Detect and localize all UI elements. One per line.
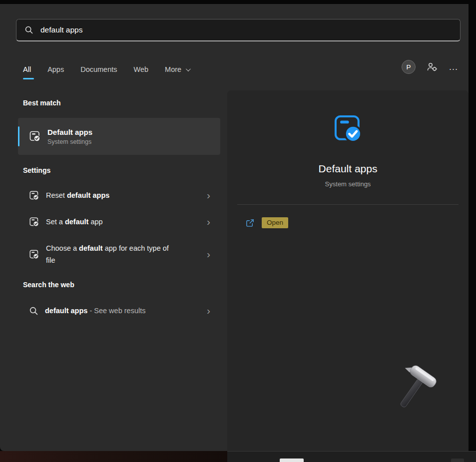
- account-options-icon[interactable]: [426, 61, 438, 72]
- taskbar-app-window[interactable]: [280, 459, 304, 462]
- chevron-down-icon: [186, 66, 191, 71]
- tab-documents-label: Documents: [80, 65, 117, 73]
- tab-more-label: More: [165, 65, 181, 73]
- preview-pane: Default apps System settings Open: [227, 90, 469, 455]
- tab-web[interactable]: Web: [134, 59, 149, 80]
- chevron-right-icon[interactable]: ›: [207, 190, 210, 200]
- default-apps-icon: [29, 190, 39, 201]
- tab-web-label: Web: [134, 65, 149, 73]
- default-apps-icon: [29, 249, 39, 260]
- avatar-initial: P: [406, 63, 411, 71]
- search-flyout: All Apps Documents Web More P … Best mat: [0, 4, 469, 451]
- tab-documents[interactable]: Documents: [80, 59, 117, 80]
- open-external-icon: [245, 218, 255, 228]
- preview-title: Default apps: [227, 163, 469, 175]
- search-icon: [29, 306, 38, 316]
- active-tab-underline: [23, 78, 34, 79]
- result-set-default-app[interactable]: Set a default app ›: [18, 209, 220, 234]
- best-match-title: Default apps: [47, 128, 92, 136]
- result-web-search[interactable]: default apps - See web results ›: [18, 298, 220, 323]
- desktop-wallpaper-strip: [0, 451, 227, 462]
- default-apps-icon: [29, 130, 41, 142]
- open-command[interactable]: Open: [227, 217, 469, 228]
- tab-all-label: All: [23, 65, 31, 73]
- default-apps-icon-large: [332, 113, 364, 145]
- more-options-button[interactable]: …: [449, 64, 459, 69]
- divider: [237, 204, 459, 205]
- taskbar[interactable]: [227, 451, 476, 462]
- result-label: Choose a default app for each type of fi…: [46, 242, 175, 266]
- best-match-result[interactable]: Default apps System settings: [18, 118, 220, 155]
- search-input[interactable]: [40, 25, 452, 34]
- tab-apps[interactable]: Apps: [47, 59, 64, 80]
- chevron-right-icon[interactable]: ›: [207, 216, 210, 227]
- filter-tabs: All Apps Documents Web More: [23, 59, 189, 80]
- best-match-subtitle: System settings: [47, 138, 92, 145]
- result-reset-default-apps[interactable]: Reset default apps ›: [18, 183, 220, 208]
- chevron-right-icon[interactable]: ›: [207, 305, 210, 316]
- best-match-header: Best match: [23, 99, 60, 107]
- web-header: Search the web: [23, 281, 74, 289]
- result-label: Set a default app: [46, 216, 103, 228]
- search-icon: [24, 25, 33, 34]
- result-label: default apps - See web results: [45, 305, 145, 317]
- settings-header: Settings: [23, 166, 50, 174]
- open-label[interactable]: Open: [262, 217, 288, 228]
- tab-apps-label: Apps: [47, 65, 64, 73]
- tab-more[interactable]: More: [165, 59, 189, 80]
- selection-accent-bar: [18, 126, 19, 146]
- avatar[interactable]: P: [402, 60, 416, 74]
- default-apps-icon: [29, 217, 39, 227]
- result-label: Reset default apps: [46, 189, 109, 201]
- preview-subtitle: System settings: [227, 180, 469, 188]
- header-actions: P …: [402, 60, 459, 74]
- tab-all[interactable]: All: [23, 59, 31, 80]
- taskbar-app-window-dark[interactable]: [451, 459, 464, 462]
- hammer-cursor-image: [386, 363, 441, 418]
- chevron-right-icon[interactable]: ›: [207, 249, 210, 259]
- result-choose-default-app[interactable]: Choose a default app for each type of fi…: [18, 236, 220, 273]
- search-box[interactable]: [16, 19, 461, 41]
